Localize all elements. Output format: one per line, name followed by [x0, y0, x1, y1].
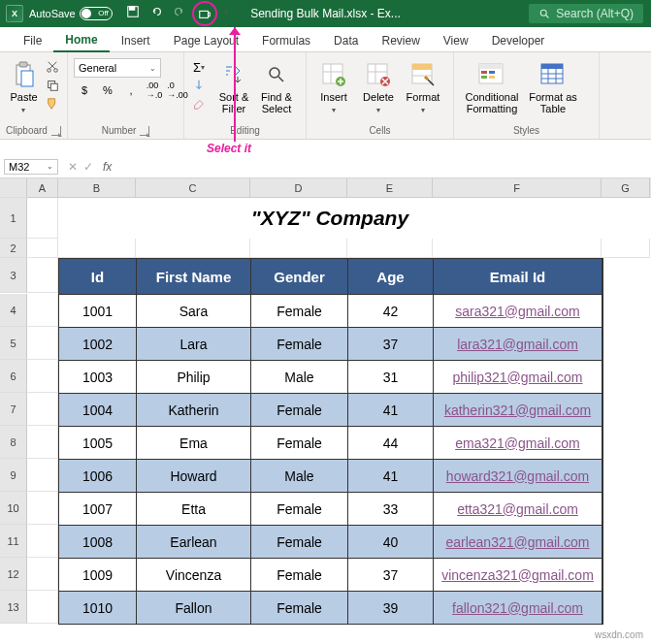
save-button[interactable] — [122, 1, 144, 22]
cell-age[interactable]: 37 — [348, 558, 434, 591]
cell-id[interactable]: 1010 — [59, 591, 137, 624]
paste-button[interactable]: Paste▾ — [6, 58, 42, 117]
cell-gender[interactable]: Female — [251, 525, 348, 558]
table-row[interactable]: 1002LaraFemale37lara321@gmail.com — [59, 327, 602, 360]
tab-file[interactable]: File — [12, 30, 53, 51]
find-select-button[interactable]: Find & Select — [256, 58, 297, 116]
table-row[interactable]: 1009VincenzaFemale37vincenza321@gmail.co… — [59, 558, 602, 591]
row-header[interactable]: 12 — [0, 558, 27, 591]
qat-dropdown[interactable]: ▾ — [219, 1, 233, 22]
redo-button[interactable] — [169, 1, 190, 22]
cell-email[interactable]: fallon321@gmail.com — [434, 591, 602, 624]
cell-gender[interactable]: Female — [251, 327, 348, 360]
cell-age[interactable]: 37 — [348, 327, 434, 360]
cell-id[interactable]: 1009 — [59, 558, 137, 591]
col-header-b[interactable]: B — [58, 178, 136, 197]
cut-button[interactable] — [44, 58, 61, 76]
cell-id[interactable]: 1006 — [59, 459, 137, 492]
cell-first-name[interactable]: Fallon — [137, 591, 251, 624]
cell-age[interactable]: 44 — [348, 426, 434, 459]
clipboard-launcher[interactable] — [51, 126, 61, 136]
cell-age[interactable]: 39 — [348, 591, 434, 624]
tab-view[interactable]: View — [432, 30, 480, 51]
cell-gender[interactable]: Female — [251, 492, 348, 525]
cell-first-name[interactable]: Lara — [137, 327, 251, 360]
cell-id[interactable]: 1007 — [59, 492, 137, 525]
row-header[interactable]: 1 — [0, 198, 27, 239]
cell-gender[interactable]: Female — [251, 426, 348, 459]
cell-email[interactable]: philip321@gmail.com — [434, 360, 602, 393]
row-header[interactable]: 5 — [0, 327, 27, 360]
table-row[interactable]: 1004KatherinFemale41katherin321@gmail.co… — [59, 393, 602, 426]
number-format-select[interactable]: General⌄ — [74, 58, 161, 78]
cell-email[interactable]: katherin321@gmail.com — [434, 393, 602, 426]
comma-button[interactable]: , — [120, 80, 142, 101]
row-header[interactable]: 9 — [0, 459, 27, 492]
table-row[interactable]: 1007EttaFemale33etta321@gmail.com — [59, 492, 602, 525]
increase-decimal-button[interactable]: .00→.0 — [144, 80, 165, 101]
cell-age[interactable]: 31 — [348, 360, 434, 393]
clear-button[interactable] — [190, 95, 208, 113]
search-input[interactable]: Search (Alt+Q) — [529, 4, 643, 23]
table-row[interactable]: 1010FallonFemale39fallon321@gmail.com — [59, 591, 602, 624]
row-header[interactable]: 7 — [0, 393, 27, 426]
cell-id[interactable]: 1002 — [59, 327, 137, 360]
row-header[interactable]: 3 — [0, 258, 27, 293]
undo-button[interactable] — [146, 1, 167, 22]
cell-age[interactable]: 41 — [348, 393, 434, 426]
col-header-a[interactable]: A — [27, 178, 58, 197]
cell-gender[interactable]: Male — [251, 459, 348, 492]
row-header[interactable]: 8 — [0, 426, 27, 459]
delete-cells-button[interactable]: Delete▾ — [357, 58, 400, 117]
cell-first-name[interactable]: Katherin — [137, 393, 251, 426]
row-header[interactable]: 13 — [0, 591, 27, 624]
cell-first-name[interactable]: Philip — [137, 360, 251, 393]
cell-email[interactable]: ema321@gmail.com — [434, 426, 602, 459]
cell-age[interactable]: 33 — [348, 492, 434, 525]
tab-data[interactable]: Data — [322, 30, 370, 51]
cell-age[interactable]: 40 — [348, 525, 434, 558]
macro-button[interactable] — [192, 1, 217, 26]
col-header-g[interactable]: G — [602, 178, 650, 197]
spreadsheet-grid[interactable]: A B C D E F G 1 "XYZ" Company 2 3 Id Fir… — [0, 178, 651, 625]
tab-insert[interactable]: Insert — [110, 30, 162, 51]
cell-id[interactable]: 1005 — [59, 426, 137, 459]
row-header[interactable]: 6 — [0, 360, 27, 393]
name-box[interactable]: M32⌄ — [4, 159, 58, 175]
col-header-c[interactable]: C — [136, 178, 250, 197]
enter-formula-icon[interactable]: ✓ — [83, 160, 93, 174]
cell-id[interactable]: 1008 — [59, 525, 137, 558]
cell-age[interactable]: 42 — [348, 294, 434, 327]
cell-first-name[interactable]: Etta — [137, 492, 251, 525]
row-header[interactable]: 2 — [0, 239, 27, 258]
select-all-corner[interactable] — [0, 178, 27, 198]
cell-gender[interactable]: Female — [251, 294, 348, 327]
currency-button[interactable]: $ — [74, 80, 95, 101]
col-header-f[interactable]: F — [433, 178, 602, 197]
tab-home[interactable]: Home — [53, 29, 109, 52]
cell-gender[interactable]: Female — [251, 393, 348, 426]
cell-email[interactable]: howard321@gmail.com — [434, 459, 602, 492]
row-header[interactable]: 4 — [0, 294, 27, 327]
cell-id[interactable]: 1001 — [59, 294, 137, 327]
cell-age[interactable]: 41 — [348, 459, 434, 492]
conditional-formatting-button[interactable]: Conditional Formatting — [460, 58, 524, 116]
row-header[interactable]: 11 — [0, 525, 27, 558]
format-as-table-button[interactable]: Format as Table — [526, 58, 580, 116]
cell-gender[interactable]: Female — [251, 591, 348, 624]
tab-review[interactable]: Review — [370, 30, 431, 51]
cell-email[interactable]: sara321@gmail.com — [434, 294, 602, 327]
table-row[interactable]: 1003PhilipMale31philip321@gmail.com — [59, 360, 602, 393]
col-header-e[interactable]: E — [347, 178, 433, 197]
insert-cells-button[interactable]: Insert▾ — [312, 58, 355, 117]
table-row[interactable]: 1006HowardMale41howard321@gmail.com — [59, 459, 602, 492]
tab-developer[interactable]: Developer — [480, 30, 557, 51]
number-launcher[interactable] — [140, 126, 149, 136]
cell-first-name[interactable]: Ema — [137, 426, 251, 459]
cell-email[interactable]: etta321@gmail.com — [434, 492, 602, 525]
table-row[interactable]: 1005EmaFemale44ema321@gmail.com — [59, 426, 602, 459]
format-cells-button[interactable]: Format▾ — [402, 58, 444, 117]
row-header[interactable]: 10 — [0, 492, 27, 525]
copy-button[interactable] — [44, 77, 61, 94]
cell-gender[interactable]: Male — [251, 360, 348, 393]
